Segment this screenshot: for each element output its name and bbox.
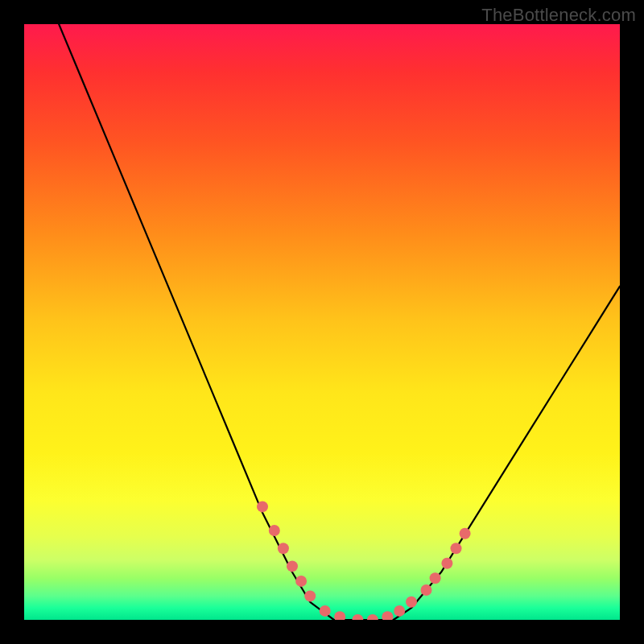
curve-marker	[269, 525, 280, 536]
curve-marker	[287, 560, 298, 572]
curve-marker	[367, 614, 378, 620]
curve-marker	[304, 590, 316, 601]
watermark-text: TheBottleneck.com	[481, 5, 636, 26]
curve-marker	[421, 584, 432, 596]
curve-marker	[441, 558, 452, 569]
curve-marker	[295, 576, 307, 587]
chart-frame: TheBottleneck.com	[0, 0, 644, 644]
curve-marker	[278, 543, 289, 554]
plot-area	[24, 24, 620, 620]
curve-marker	[451, 543, 462, 554]
curve-layer	[24, 24, 620, 620]
curve-marker	[352, 614, 363, 620]
curve-marker	[394, 605, 405, 617]
curve-marker	[460, 528, 471, 539]
curve-marker	[382, 611, 393, 620]
curve-marker	[320, 605, 331, 617]
curve-marker	[257, 501, 268, 512]
curve-marker	[406, 597, 417, 608]
curve-marker	[430, 572, 441, 584]
curve-marker	[334, 611, 345, 620]
bottleneck-curve	[24, 24, 620, 620]
